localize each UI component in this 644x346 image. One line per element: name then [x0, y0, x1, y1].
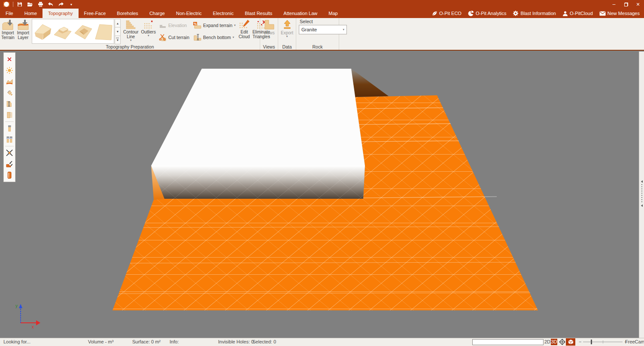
save-button[interactable]: [15, 0, 24, 8]
print-button[interactable]: [36, 0, 45, 8]
button-label: Cut terrain: [168, 35, 189, 40]
button-label: Elevation: [168, 23, 187, 28]
service-new-messages[interactable]: New Messages: [599, 11, 640, 16]
tab-home[interactable]: Home: [19, 9, 43, 18]
camera-mode-label[interactable]: FreeCam: [625, 339, 644, 344]
tab-file[interactable]: File: [0, 9, 19, 18]
bench-height-icon: [6, 100, 13, 108]
bench-height-button[interactable]: [4, 98, 15, 109]
columns-water-button[interactable]: [4, 134, 15, 145]
bench-bottom-icon: [193, 33, 201, 41]
service-label: Blast Information: [520, 11, 556, 16]
zoom-slider-track[interactable]: [583, 339, 623, 344]
service-label: O-Pit Analytics: [476, 11, 507, 16]
cut-terrain-button[interactable]: Cut terrain: [159, 33, 189, 42]
tab-non-electric[interactable]: Non-Electric: [170, 9, 207, 18]
view-2d-button[interactable]: 2D: [544, 339, 550, 344]
isometric-view-button[interactable]: [559, 339, 565, 346]
service-links: O-Pit ECO O-Pit Analytics Blast Informat…: [431, 9, 644, 18]
import-terrain-icon: [2, 19, 14, 30]
terrain-scene: y x: [0, 52, 639, 338]
fill-bucket-button[interactable]: [4, 87, 15, 98]
app-logo-icon[interactable]: [2, 0, 11, 8]
close-icon: [6, 56, 12, 62]
tab-charge[interactable]: Charge: [144, 9, 170, 18]
expand-terrain-icon: %: [193, 21, 201, 29]
gallery-expand-button[interactable]: ▼: [115, 36, 121, 44]
tab-electronic[interactable]: Electronic: [207, 9, 239, 18]
service-opit-eco[interactable]: O-Pit ECO: [431, 11, 462, 16]
qat-more-dropdown[interactable]: ▾: [67, 0, 76, 8]
gallery-thumb-ramp[interactable]: [33, 20, 52, 42]
import-layer-button[interactable]: Import Layer: [16, 19, 30, 45]
rock-type-value: Granite: [301, 27, 317, 32]
application-window: ▾ – × File Home Topography Free-Face Bor…: [0, 0, 644, 346]
view-3d-button[interactable]: 3D: [551, 339, 557, 345]
close-panel-button[interactable]: [4, 54, 15, 65]
terrain-layer-button[interactable]: [4, 76, 15, 87]
tab-free-face[interactable]: Free-Face: [79, 9, 112, 18]
fit-view-button[interactable]: [4, 147, 15, 158]
user-icon: [562, 11, 568, 16]
gallery-thumb-mound[interactable]: [53, 20, 72, 42]
zoom-slider-handle[interactable]: [591, 340, 592, 344]
gallery-scroll-down-button[interactable]: ▼: [115, 27, 121, 36]
tab-map[interactable]: Map: [323, 9, 343, 18]
ribbon-group-topography-preparation: Import Terrain Import Layer: [0, 18, 260, 50]
axis-y-label: y: [15, 304, 18, 308]
zoom-out-button[interactable]: −: [579, 339, 581, 344]
viewport-3d[interactable]: y x: [0, 52, 639, 338]
restore-icon: [624, 3, 628, 6]
button-label: Import: [17, 30, 29, 35]
redo-button[interactable]: [56, 0, 66, 8]
ribbon-group-views: Views ▾ Views: [260, 18, 278, 50]
service-blast-information[interactable]: Blast Information: [513, 10, 556, 16]
export-button[interactable]: Export ▾: [279, 19, 295, 45]
button-label: Cloud: [239, 34, 250, 39]
dropdown-caret-icon: ▾: [148, 34, 149, 37]
bench-bottom-button[interactable]: Bench bottom ▾: [193, 33, 236, 42]
splitter-grip[interactable]: [640, 180, 643, 207]
wall-panel-button[interactable]: [4, 109, 15, 121]
column-capped-button[interactable]: [4, 123, 15, 134]
cube-view-button[interactable]: [566, 338, 575, 346]
contour-line-button[interactable]: Contour Line ▾: [122, 19, 140, 45]
minimize-button[interactable]: –: [608, 0, 620, 9]
right-panel-splitter[interactable]: [639, 52, 644, 338]
outliers-button[interactable]: Outliers ▾: [140, 19, 157, 45]
slider-center-tick: [603, 340, 603, 343]
dropdown-caret-icon: ▾: [286, 35, 288, 38]
close-button[interactable]: ×: [632, 0, 644, 9]
views-button[interactable]: Views ▾: [262, 19, 276, 45]
svg-text:%: %: [194, 22, 197, 26]
gallery-thumb-pit[interactable]: [74, 20, 93, 42]
snap-to-terrain-button[interactable]: [4, 158, 15, 170]
splitter-arrow-icon: [641, 204, 643, 207]
gallery-scroll-up-button[interactable]: ▲: [115, 19, 121, 27]
restore-button[interactable]: [620, 0, 632, 9]
service-opit-analytics[interactable]: O-Pit Analytics: [468, 10, 507, 16]
expand-terrain-button[interactable]: % Expand terrain ▾: [193, 21, 236, 30]
sun-shading-button[interactable]: [4, 65, 15, 76]
button-label: Edit: [240, 30, 248, 34]
gallery-scroll-arrows: ▲ ▼ ▼: [115, 19, 121, 44]
outliers-icon: [143, 19, 154, 30]
tab-boreholes[interactable]: Boreholes: [111, 9, 144, 18]
tab-blast-results[interactable]: Blast Results: [239, 9, 278, 18]
tab-attenuation-law[interactable]: Attenuation Law: [278, 9, 323, 18]
import-terrain-button[interactable]: Import Terrain: [0, 19, 16, 45]
bench-wall-shadow: [351, 69, 389, 97]
rock-type-combobox[interactable]: Granite ▾: [299, 25, 347, 34]
service-opitcloud[interactable]: O-PitCloud: [562, 11, 593, 16]
elevation-button[interactable]: Elevation: [159, 21, 189, 30]
ruler-icon: [6, 171, 13, 179]
service-label: O-PitCloud: [570, 11, 593, 16]
rock-select-box: Select Granite ▾: [299, 19, 336, 34]
ruler-button[interactable]: [4, 170, 15, 181]
open-button[interactable]: [25, 0, 35, 8]
undo-button[interactable]: [46, 0, 55, 8]
gallery-thumb-flat[interactable]: [94, 20, 113, 42]
tab-topography[interactable]: Topography: [43, 9, 79, 18]
edit-cloud-button[interactable]: Edit Cloud: [237, 19, 251, 45]
status-search-input[interactable]: [472, 339, 544, 345]
